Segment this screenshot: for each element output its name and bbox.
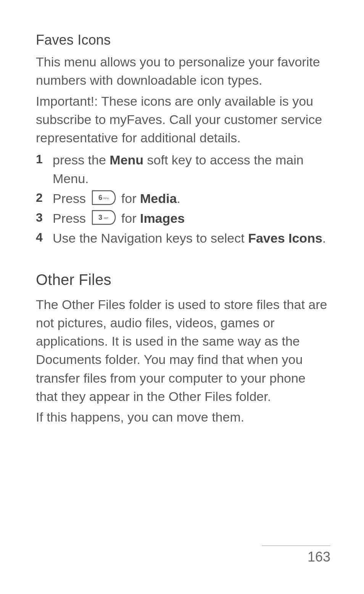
step-4-faves-bold: Faves Icons xyxy=(248,231,322,245)
svg-text:6: 6 xyxy=(98,194,102,201)
step-1-text-a: press the xyxy=(53,153,110,167)
svg-text:def: def xyxy=(104,216,108,220)
step-2-media-bold: Media xyxy=(140,191,177,206)
page-footer: 163 xyxy=(262,546,330,565)
three-key-icon: 3 def xyxy=(91,210,116,225)
faves-intro-text: This menu allows you to personalize your… xyxy=(36,53,330,90)
step-3: Press 3 def for Images xyxy=(36,209,330,227)
step-3-press: Press xyxy=(53,211,89,225)
step-1: press the Menu soft key to access the ma… xyxy=(36,151,330,188)
step-4-dot: . xyxy=(322,231,326,245)
footer-rule xyxy=(262,546,330,546)
svg-text:3: 3 xyxy=(98,214,102,221)
other-files-p2: If this happens, you can move them. xyxy=(36,408,330,426)
other-files-p1: The Other Files folder is used to store … xyxy=(36,295,330,406)
other-files-heading: Other Files xyxy=(36,271,330,288)
svg-text:mno: mno xyxy=(103,196,109,200)
step-2-press: Press xyxy=(53,191,89,206)
page-number: 163 xyxy=(262,549,330,565)
step-2: Press 6 mno for Media. xyxy=(36,189,330,208)
step-2-for: for xyxy=(121,191,140,206)
faves-important-text: Important!: These icons are only availab… xyxy=(36,92,330,147)
step-3-for: for xyxy=(121,211,140,225)
step-4-text-a: Use the Navigation keys to select xyxy=(53,231,248,245)
step-2-dot: . xyxy=(177,191,180,206)
six-key-icon: 6 mno xyxy=(91,190,116,205)
step-4: Use the Navigation keys to select Faves … xyxy=(36,229,330,247)
faves-icons-heading: Faves Icons xyxy=(36,32,330,48)
step-1-menu-bold: Menu xyxy=(110,153,143,167)
page-container: Faves Icons This menu allows you to pers… xyxy=(0,0,364,594)
step-3-images-bold: Images xyxy=(140,211,185,225)
faves-steps-list: press the Menu soft key to access the ma… xyxy=(36,151,330,247)
